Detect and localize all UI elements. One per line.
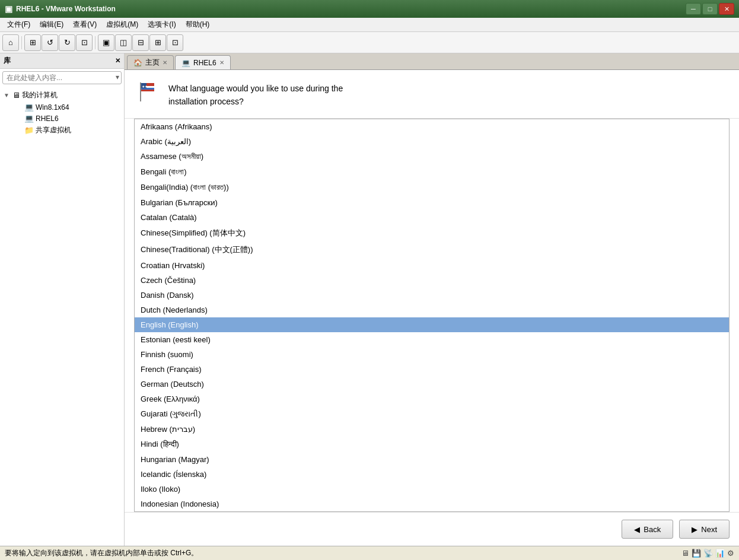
title-bar-controls: ─ □ ✕ [686, 3, 734, 15]
toolbar: ⌂ ⊞ ↺ ↻ ⊡ ▣ ◫ ⊟ ⊞ ⊡ [0, 32, 739, 53]
back-button[interactable]: ◀ Back [622, 520, 673, 539]
rhel6-tab-icon: 💻 [181, 59, 190, 67]
sidebar-close-icon[interactable]: ✕ [115, 57, 120, 65]
wizard-question: What language would you like to use duri… [168, 79, 343, 109]
toolbar-vm-btn3[interactable]: ⊟ [132, 34, 149, 51]
app-icon: ▣ [5, 4, 12, 14]
language-item-8[interactable]: Chinese(Traditional) (中文(正體)) [135, 241, 729, 258]
sidebar-item-win81[interactable]: 💻 Win8.1x64 [14, 101, 122, 113]
status-icon-5: ⚙ [727, 549, 734, 558]
language-item-4[interactable]: Bengali(India) (বাংলা (ভারত)) [135, 180, 729, 195]
language-item-16[interactable]: French (Français) [135, 362, 729, 377]
next-label: Next [701, 525, 717, 534]
toolbar-btn3[interactable]: ↻ [59, 34, 75, 51]
sidebar-item-shared[interactable]: 📁 共享虚拟机 [14, 124, 122, 136]
language-item-3[interactable]: Bengali (বাংলা) [135, 164, 729, 180]
language-item-14[interactable]: Estonian (eesti keel) [135, 332, 729, 347]
tab-home[interactable]: 🏠 主页 ✕ [127, 55, 174, 69]
sidebar: 库 ✕ ▾ ▼ 🖥 我的计算机 💻 Win8.1x64 💻 [0, 53, 125, 546]
language-item-22[interactable]: Hungarian (Magyar) [135, 452, 729, 467]
language-item-24[interactable]: Iloko (Iloko) [135, 482, 729, 497]
folder-icon: 📁 [24, 126, 34, 135]
window-title: RHEL6 - VMware Workstation [16, 5, 116, 13]
computer-icon: 🖥 [12, 91, 20, 100]
language-item-17[interactable]: German (Deutsch) [135, 377, 729, 392]
language-item-2[interactable]: Assamese (অসমীয়া) [135, 149, 729, 164]
status-icons: 🖥 💾 📡 📊 ⚙ [681, 549, 734, 558]
toolbar-vm-btn1[interactable]: ▣ [98, 34, 114, 51]
language-item-21[interactable]: Hindi (हिन्दी) [135, 437, 729, 452]
next-button[interactable]: ▶ Next [679, 520, 730, 539]
menu-file[interactable]: 文件(F) [2, 18, 35, 31]
toolbar-group-home: ⌂ [2, 34, 19, 51]
toolbar-btn2[interactable]: ↺ [42, 34, 58, 51]
flag-icon: ★★ [136, 79, 160, 103]
tab-home-close[interactable]: ✕ [163, 59, 167, 66]
language-item-0[interactable]: Afrikaans (Afrikaans) [135, 119, 729, 134]
vm-icon: 💻 [24, 103, 34, 112]
language-item-19[interactable]: Gujarati (ગુજરાતી) [135, 406, 729, 422]
sidebar-tree: ▼ 🖥 我的计算机 💻 Win8.1x64 💻 RHEL6 📁 [0, 87, 124, 546]
toolbar-btn1[interactable]: ⊞ [24, 34, 41, 51]
menu-view[interactable]: 查看(V) [68, 18, 101, 31]
sidebar-header: 库 ✕ [0, 53, 124, 69]
sidebar-item-rhel6[interactable]: 💻 RHEL6 [14, 113, 122, 124]
status-icon-2: 💾 [692, 549, 701, 558]
close-button[interactable]: ✕ [719, 3, 734, 15]
menu-edit[interactable]: 编辑(E) [35, 18, 68, 31]
svg-rect-5 [141, 90, 154, 91]
toolbar-group-actions: ⊞ ↺ ↻ ⊡ [24, 34, 93, 51]
status-text: 要将输入定向到该虚拟机，请在虚拟机内部单击或按 Ctrl+G。 [5, 548, 198, 558]
title-bar: ▣ RHEL6 - VMware Workstation ─ □ ✕ [0, 0, 739, 18]
sidebar-item-my-computer[interactable]: ▼ 🖥 我的计算机 [2, 89, 122, 101]
language-item-11[interactable]: Danish (Dansk) [135, 288, 729, 303]
toolbar-vm-btn2[interactable]: ◫ [115, 34, 132, 51]
back-label: Back [644, 525, 661, 534]
wizard-header: ★★ What language would you like to use d… [125, 70, 739, 119]
language-item-18[interactable]: Greek (Ελληνικά) [135, 392, 729, 406]
language-item-6[interactable]: Catalan (Català) [135, 210, 729, 225]
language-item-5[interactable]: Bulgarian (Български) [135, 195, 729, 210]
svg-text:★★: ★★ [142, 85, 148, 88]
language-item-25[interactable]: Indonesian (Indonesia) [135, 497, 729, 511]
tab-rhel6-close[interactable]: ✕ [219, 59, 224, 66]
sidebar-search-input[interactable] [2, 71, 122, 84]
menu-bar: 文件(F) 编辑(E) 查看(V) 虚拟机(M) 选项卡(I) 帮助(H) [0, 18, 739, 32]
language-item-10[interactable]: Czech (Čeština) [135, 273, 729, 288]
language-item-9[interactable]: Croatian (Hrvatski) [135, 258, 729, 273]
language-item-13[interactable]: English (English) [135, 317, 729, 332]
minimize-button[interactable]: ─ [686, 3, 701, 15]
wizard-area: ★★ What language would you like to use d… [125, 70, 739, 546]
status-bar: 要将输入定向到该虚拟机，请在虚拟机内部单击或按 Ctrl+G。 🖥 💾 📡 📊 … [0, 546, 739, 560]
next-arrow-icon: ▶ [692, 525, 697, 534]
language-item-12[interactable]: Dutch (Nederlands) [135, 303, 729, 317]
vm-icon: 💻 [24, 114, 34, 123]
back-arrow-icon: ◀ [634, 525, 640, 534]
language-item-1[interactable]: Arabic (العربية) [135, 134, 729, 149]
menu-tabs[interactable]: 选项卡(I) [143, 18, 180, 31]
search-dropdown-icon[interactable]: ▾ [116, 73, 119, 81]
language-list: Afrikaans (Afrikaans)Arabic (العربية)Ass… [135, 119, 729, 511]
main-layout: 库 ✕ ▾ ▼ 🖥 我的计算机 💻 Win8.1x64 💻 [0, 53, 739, 546]
wizard-footer: ◀ Back ▶ Next [125, 512, 739, 546]
toolbar-vm-btn4[interactable]: ⊞ [149, 34, 166, 51]
toolbar-vm-btn5[interactable]: ⊡ [167, 34, 183, 51]
title-bar-left: ▣ RHEL6 - VMware Workstation [5, 4, 116, 14]
status-icon-1: 🖥 [681, 549, 689, 558]
language-list-container: Afrikaans (Afrikaans)Arabic (العربية)Ass… [134, 119, 730, 512]
tab-rhel6[interactable]: 💻 RHEL6 ✕ [175, 55, 231, 69]
toolbar-separator-2 [95, 36, 95, 49]
toolbar-btn4[interactable]: ⊡ [76, 34, 93, 51]
menu-help[interactable]: 帮助(H) [181, 18, 215, 31]
language-item-23[interactable]: Icelandic (Íslenska) [135, 467, 729, 482]
maximize-button[interactable]: □ [702, 3, 718, 15]
language-item-20[interactable]: Hebrew (עברית) [135, 422, 729, 437]
menu-vm[interactable]: 虚拟机(M) [101, 18, 143, 31]
language-item-15[interactable]: Finnish (suomi) [135, 347, 729, 362]
tab-rhel6-label: RHEL6 [193, 59, 216, 67]
language-item-7[interactable]: Chinese(Simplified) (简体中文) [135, 225, 729, 241]
toolbar-home-button[interactable]: ⌂ [2, 34, 19, 51]
tab-home-label: 主页 [145, 58, 160, 68]
sidebar-children: 💻 Win8.1x64 💻 RHEL6 📁 共享虚拟机 [14, 101, 122, 136]
expand-icon: ▼ [4, 92, 11, 98]
